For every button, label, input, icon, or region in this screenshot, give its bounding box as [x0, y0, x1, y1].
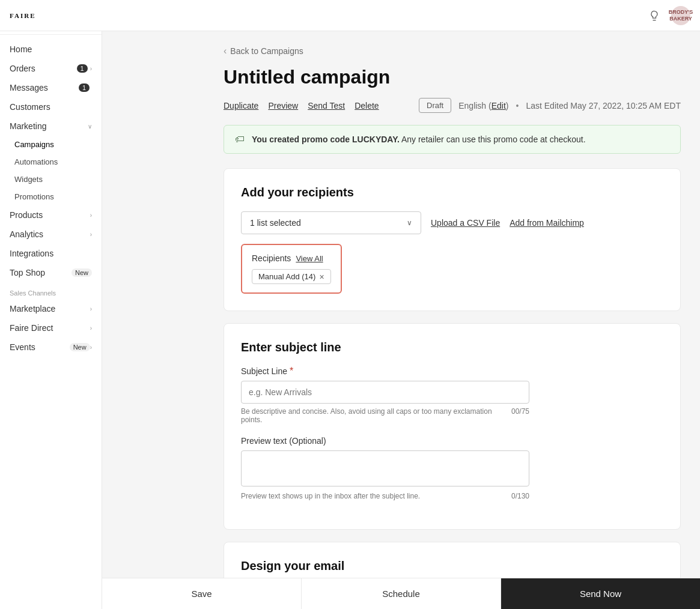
svg-text:FAIRE: FAIRE [10, 12, 36, 19]
required-indicator: * [290, 366, 293, 376]
bulb-icon-button[interactable] [645, 6, 664, 25]
products-chevron-icon: › [90, 212, 92, 219]
preview-text-label: Preview text (Optional) [241, 436, 663, 446]
subject-hint: Be descriptive and concise. Also, avoid … [241, 407, 529, 424]
faire-direct-chevron-icon: › [90, 325, 92, 332]
recipients-title: Add your recipients [241, 186, 663, 199]
sidebar-item-orders[interactable]: Orders 1 › [0, 59, 102, 78]
send-test-button[interactable]: Send Test [308, 101, 345, 111]
subject-line-group: Subject Line * Be descriptive and concis… [241, 366, 663, 424]
marketing-chevron-icon: ∨ [88, 123, 92, 130]
action-links: Duplicate Preview Send Test Delete [224, 101, 379, 111]
topbar-right: BRODY'SBAKERY [645, 6, 690, 25]
duplicate-button[interactable]: Duplicate [224, 101, 258, 111]
view-all-button[interactable]: View All [296, 254, 323, 263]
page-title: Untitled campaign [224, 66, 681, 88]
language-label: English (Edit) [458, 101, 508, 111]
main-content: ‹ Back to Campaigns Untitled campaign Du… [204, 31, 700, 609]
dropdown-chevron-icon: ∨ [407, 219, 412, 227]
upload-csv-link[interactable]: Upload a CSV File [431, 218, 500, 228]
sidebar-item-customers[interactable]: Customers [0, 97, 102, 117]
recipients-section: Add your recipients 1 list selected ∨ Up… [224, 168, 681, 311]
sidebar-item-top-shop[interactable]: Top Shop New [0, 263, 102, 282]
edit-language-button[interactable]: Edit [492, 101, 506, 111]
recipients-popup: Recipients View All Manual Add (14) × [241, 244, 342, 294]
add-mailchimp-link[interactable]: Add from Mailchimp [510, 218, 584, 228]
sidebar-item-messages[interactable]: Messages 1 [0, 78, 102, 97]
sidebar: FAIRE Home Orders 1 › Messages 1 Custome… [0, 0, 102, 609]
sidebar-item-integrations[interactable]: Integrations [0, 244, 102, 263]
breadcrumb[interactable]: ‹ Back to Campaigns [224, 46, 681, 56]
send-now-button[interactable]: Send Now [501, 578, 700, 609]
save-button[interactable]: Save [102, 578, 301, 609]
subject-line-input[interactable] [241, 381, 529, 404]
sidebar-item-automations[interactable]: Automations [0, 153, 102, 171]
sidebar-item-faire-direct[interactable]: Faire Direct › [0, 318, 102, 338]
design-title: Design your email [241, 559, 663, 573]
topbar-logo: FAIRE [10, 10, 43, 22]
sidebar-item-home[interactable]: Home [0, 40, 102, 59]
analytics-chevron-icon: › [90, 231, 92, 238]
delete-button[interactable]: Delete [355, 101, 379, 111]
preview-button[interactable]: Preview [268, 101, 298, 111]
preview-text-group: Preview text (Optional) Preview text sho… [241, 436, 663, 500]
tag-icon: 🏷 [235, 134, 245, 145]
sales-channels-label: Sales Channels [0, 282, 102, 299]
sidebar-item-widgets[interactable]: Widgets [0, 171, 102, 188]
user-avatar[interactable]: BRODY'SBAKERY [671, 6, 690, 25]
bottom-bar: Save Schedule Send Now [102, 578, 700, 609]
action-bar: Duplicate Preview Send Test Delete Draft… [224, 98, 681, 113]
subject-section: Enter subject line Subject Line * Be des… [224, 323, 681, 530]
sidebar-item-marketing[interactable]: Marketing ∨ [0, 117, 102, 136]
remove-tag-button[interactable]: × [319, 273, 324, 281]
preview-text-input[interactable] [241, 450, 529, 486]
schedule-button[interactable]: Schedule [302, 578, 501, 609]
main-wrapper: ‹ Back to Campaigns Untitled campaign Du… [204, 31, 700, 609]
sidebar-item-events[interactable]: Events New › [0, 338, 102, 357]
sidebar-item-promotions[interactable]: Promotions [0, 188, 102, 205]
events-chevron-icon: › [90, 344, 92, 351]
promo-text: You created promo code LUCKYDAY. Any ret… [252, 135, 586, 144]
sidebar-nav: Home Orders 1 › Messages 1 Customers Mar… [0, 35, 102, 609]
sidebar-item-marketplace[interactable]: Marketplace › [0, 299, 102, 318]
orders-chevron-icon: › [90, 65, 92, 72]
subject-title: Enter subject line [241, 341, 663, 354]
breadcrumb-arrow-icon: ‹ [224, 46, 227, 56]
last-edited-text: • [516, 101, 519, 111]
recipients-popup-header: Recipients View All [252, 253, 331, 263]
sidebar-item-campaigns[interactable]: Campaigns [0, 136, 102, 153]
marketplace-chevron-icon: › [90, 306, 92, 312]
recipients-dropdown[interactable]: 1 list selected ∨ [241, 211, 421, 234]
sidebar-item-analytics[interactable]: Analytics › [0, 225, 102, 244]
action-right: Draft English (Edit) • Last Edited May 2… [419, 98, 681, 113]
draft-badge: Draft [419, 98, 451, 113]
manual-add-tag: Manual Add (14) × [252, 269, 331, 284]
promo-banner: 🏷 You created promo code LUCKYDAY. Any r… [224, 125, 681, 154]
topbar: FAIRE BRODY'SBAKERY [0, 0, 700, 31]
recipients-row: 1 list selected ∨ Upload a CSV File Add … [241, 211, 663, 234]
sidebar-item-products[interactable]: Products › [0, 205, 102, 225]
preview-hint: Preview text shows up in the inbox after… [241, 492, 529, 500]
last-edited-time: Last Edited May 27, 2022, 10:25 AM EDT [526, 101, 681, 111]
subject-label: Subject Line * [241, 366, 663, 376]
